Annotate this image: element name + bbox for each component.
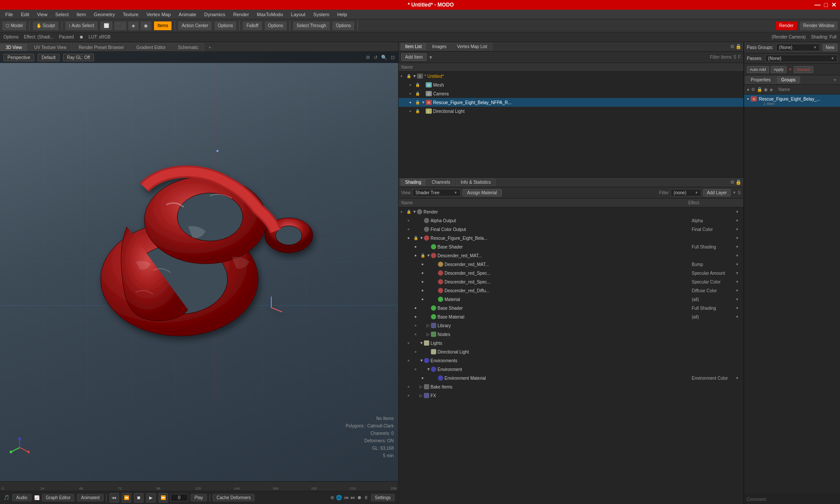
arrow-nodes[interactable]: ▷	[427, 332, 431, 336]
tree-item-mesh[interactable]: ● 🔒 M Mesh	[399, 80, 743, 89]
arrow-rescue[interactable]: ▼	[421, 100, 426, 105]
shader-tree-dropdown[interactable]: Shader Tree ▼	[413, 189, 461, 196]
spec-color-dropdown[interactable]: ▼	[735, 280, 742, 284]
menu-item[interactable]: Item	[73, 11, 89, 18]
gl-icon-1[interactable]: ●	[747, 87, 749, 92]
shader-row-base-shader-2[interactable]: ● Base Shader Full Shading ▼	[399, 304, 743, 312]
eye-base-mat[interactable]: ●	[414, 315, 420, 319]
next-frame-btn[interactable]: ⏩	[158, 493, 168, 503]
eye-alpha[interactable]: ●	[407, 218, 413, 223]
falloff-options-btn[interactable]: Options	[264, 21, 287, 31]
graph-editor-btn[interactable]: Graph Editor	[42, 494, 75, 501]
tree-item-light[interactable]: ● 🔒 L Directional Light	[399, 107, 743, 116]
icon-1[interactable]: ⊕	[330, 495, 334, 500]
add-layer-btn[interactable]: Add Layer	[703, 189, 731, 196]
icon-3[interactable]: ⏮	[344, 495, 349, 500]
group-item-rescue[interactable]: ● G Rescue_Figure_Eight_Belay_... 1 Item	[744, 94, 840, 107]
shader-row-library[interactable]: ● ▷ Library	[399, 321, 743, 330]
tab-groups[interactable]: Groups	[777, 76, 801, 84]
menu-help[interactable]: Help	[334, 11, 351, 18]
audio-btn[interactable]: Audio	[12, 494, 32, 501]
icon-btn-4[interactable]: ◉	[140, 21, 152, 31]
spec-amount-dropdown[interactable]: ▼	[735, 271, 742, 275]
menu-system[interactable]: System	[310, 11, 333, 18]
stop-btn[interactable]: ⏹	[134, 493, 144, 503]
eye-env-mat[interactable]: ●	[421, 376, 427, 380]
base-shader-1-dropdown[interactable]: ▼	[735, 245, 742, 249]
shading-settings-icon[interactable]: ⚙	[730, 179, 735, 185]
eye-dir-light[interactable]: ●	[414, 350, 420, 354]
tab-uv-texture[interactable]: UV Texture View	[28, 43, 72, 51]
tab-shading[interactable]: Shading	[400, 178, 426, 186]
menu-view[interactable]: View	[34, 11, 51, 18]
eye-base1[interactable]: ●	[414, 245, 420, 249]
lock-render[interactable]: 🔒	[406, 210, 413, 214]
apply-btn[interactable]: Apply	[771, 66, 787, 73]
icon-6[interactable]: ⏸	[364, 495, 368, 500]
shader-row-spec-amount[interactable]: ● Descender_red_Spec... Specular Amount …	[399, 269, 743, 277]
action-center-btn[interactable]: Action Center	[178, 21, 212, 31]
menu-layout[interactable]: Layout	[287, 11, 309, 18]
items-btn[interactable]: Items	[154, 21, 172, 31]
shader-row-final-color[interactable]: ● Final Color Output Final Color ▼	[399, 225, 743, 234]
menu-maxtomodo[interactable]: MaxToModo	[253, 11, 287, 18]
rescue-mat-dropdown[interactable]: ▼	[735, 236, 742, 240]
shader-row-alpha-out[interactable]: ● Alpha Output Alpha ▼	[399, 216, 743, 225]
lock-desc-mat[interactable]: 🔒	[420, 253, 427, 258]
new-btn[interactable]: New	[822, 44, 837, 51]
tab-vertex-map[interactable]: Vertex Map List	[452, 43, 492, 50]
menu-vertex-map[interactable]: Vertex Map	[143, 11, 175, 18]
shader-row-env-material[interactable]: ● Environment Material Environment Color…	[399, 374, 743, 382]
gl-icon-4[interactable]: ◉	[764, 87, 768, 92]
bump-dropdown[interactable]: ▼	[735, 262, 742, 266]
lock-rescue-mat[interactable]: 🔒	[413, 236, 420, 240]
tab-schematic[interactable]: Schematic	[172, 43, 204, 51]
add-item-dropdown[interactable]: ▼	[428, 55, 433, 60]
render-window-btn[interactable]: Render Window	[799, 21, 838, 31]
falloff-btn[interactable]: Falloff	[242, 21, 262, 31]
sculpt-mode-btn[interactable]: ✋ Sculpt	[32, 21, 59, 31]
select-options-btn[interactable]: Options	[332, 21, 355, 31]
shader-row-diffuse-color[interactable]: ● Descender_red_Diffu... Diffuse Color ▼	[399, 286, 743, 295]
vp-expand-icon[interactable]: ⊡	[391, 55, 395, 60]
il-settings-icon[interactable]: ⚙	[730, 44, 735, 49]
arrow-render[interactable]: ▼	[413, 210, 417, 214]
arrow-desc-mat[interactable]: ▼	[427, 253, 431, 258]
base-shader-2-dropdown[interactable]: ▼	[735, 306, 742, 310]
skip-start-btn[interactable]: ⏮	[109, 493, 119, 503]
animated-btn[interactable]: Animated	[77, 494, 103, 501]
window-controls[interactable]: — □ ✕	[815, 1, 836, 8]
eye-bake[interactable]: ●	[407, 385, 413, 389]
menu-animate[interactable]: Animate	[175, 11, 200, 18]
add-item-btn[interactable]: Add Item	[401, 53, 427, 61]
vp-search-icon[interactable]: 🔍	[381, 55, 387, 60]
arrow-lights[interactable]: ▼	[420, 341, 424, 345]
lock-icon-light[interactable]: 🔒	[415, 109, 421, 113]
shader-row-environments[interactable]: ● ▼ Environments	[399, 356, 743, 365]
tab-item-list[interactable]: Item List	[400, 43, 427, 50]
perspective-btn[interactable]: Perspective	[4, 54, 34, 61]
filter-icon-2[interactable]: F	[738, 55, 741, 60]
eye-envs[interactable]: ●	[407, 358, 413, 363]
icon-btn-3[interactable]: ◈	[128, 21, 139, 31]
eye-nodes[interactable]: ●	[414, 332, 420, 336]
arrow-bake[interactable]: ▷	[420, 385, 424, 389]
select-through-btn[interactable]: Select Through	[293, 21, 330, 31]
eye-render[interactable]: ●	[400, 210, 406, 214]
menu-render[interactable]: Render	[230, 11, 252, 18]
shader-row-descender-mat[interactable]: ● 🔒 ▼ Descender_red_MAT... ▼	[399, 251, 743, 260]
arrow-untitled[interactable]: ▼	[413, 74, 417, 78]
diffuse-color-dropdown[interactable]: ▼	[735, 289, 742, 293]
shader-row-bump[interactable]: ● Descender_red_MAT... Bump ▼	[399, 260, 743, 269]
shader-row-base-material[interactable]: ● Base Material (all) ▼	[399, 312, 743, 321]
menu-dynamics[interactable]: Dynamics	[201, 11, 229, 18]
shader-row-environment[interactable]: ● ▼ Environment	[399, 365, 743, 374]
menu-edit[interactable]: Edit	[18, 11, 33, 18]
tab-properties[interactable]: Properties	[746, 76, 776, 84]
play-btn[interactable]: Play	[191, 494, 207, 501]
group-eye[interactable]: ●	[747, 97, 749, 101]
vp-settings-icon[interactable]: ⚙	[366, 55, 370, 60]
shader-row-spec-color[interactable]: ● Descender_red_Spec... Specular Color ▼	[399, 277, 743, 286]
close-btn[interactable]: ✕	[831, 1, 836, 8]
lock-icon-mesh[interactable]: 🔒	[415, 83, 421, 87]
